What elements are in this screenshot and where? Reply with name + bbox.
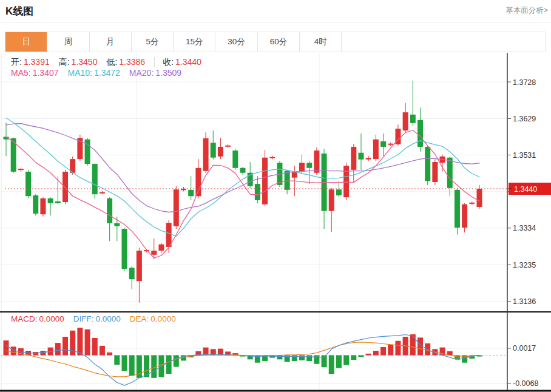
- macd-tick-label: -0.0068: [513, 379, 538, 388]
- macd-hist-bar: [33, 352, 38, 355]
- candle-body: [203, 138, 209, 171]
- macd-hist-bar: [373, 351, 379, 355]
- candle-body: [151, 251, 157, 255]
- candle-body: [285, 171, 290, 190]
- ma10-line: [6, 118, 479, 236]
- candle-body: [225, 146, 231, 147]
- candle-body: [129, 268, 135, 279]
- kline-widget: K线图 基本面分析> 日周月5分15分30分60分4时 开:1.3391高:1.…: [0, 0, 551, 392]
- candle-body: [388, 144, 393, 145]
- candle-body: [25, 172, 31, 196]
- candle-body: [211, 143, 216, 157]
- candle-body: [403, 112, 408, 130]
- current-price-label: 1.3440: [514, 185, 537, 194]
- macd-hist-bar: [388, 345, 393, 356]
- candle-body: [18, 169, 24, 170]
- macd-hist-bar: [92, 338, 98, 356]
- candle-body: [92, 164, 98, 194]
- candle-body: [343, 166, 349, 197]
- macd-hist-bar: [410, 334, 416, 356]
- candle-body: [366, 158, 371, 159]
- diff-line: [6, 335, 479, 386]
- candle-body: [33, 195, 38, 214]
- candle-body: [188, 190, 194, 196]
- candle-body: [410, 115, 416, 123]
- candle-body: [107, 198, 112, 223]
- macd-hist-bar: [366, 354, 371, 356]
- candle-body: [48, 198, 53, 203]
- candle-body: [447, 158, 453, 188]
- candle-body: [240, 168, 246, 173]
- candle-body: [262, 158, 268, 204]
- candle-body: [314, 150, 319, 173]
- candle-body: [425, 147, 430, 181]
- macd-hist-bar: [85, 329, 90, 356]
- macd-hist-bar: [122, 356, 127, 371]
- candle-body: [336, 189, 342, 195]
- candle-body: [373, 140, 379, 159]
- macd-hist-bar: [166, 356, 172, 374]
- candle-body: [166, 223, 172, 247]
- macd-hist-bar: [77, 328, 83, 355]
- candle-body: [255, 184, 260, 200]
- macd-hist-bar: [351, 356, 356, 360]
- macd-hist-bar: [100, 346, 105, 356]
- candle-body: [100, 192, 105, 194]
- macd-hist-bar: [107, 353, 112, 356]
- macd-hist-bar: [63, 337, 68, 356]
- candle-body: [174, 189, 179, 226]
- macd-tick-label: 0.0017: [513, 344, 536, 353]
- candle-body: [417, 120, 423, 147]
- candle-body: [195, 168, 201, 196]
- macd-hist-bar: [343, 356, 349, 365]
- candle-body: [122, 229, 127, 269]
- candle-body: [55, 201, 61, 203]
- candle-body: [63, 172, 68, 202]
- candle-body: [299, 163, 305, 172]
- kline-chart: 1.37281.36291.35311.34321.33341.32351.31…: [0, 0, 551, 392]
- macd-hist-bar: [277, 356, 282, 360]
- macd-hist-bar: [329, 356, 334, 374]
- candle-body: [455, 190, 460, 228]
- candle-body: [432, 162, 438, 182]
- candle-body: [232, 150, 238, 168]
- macd-hist-bar: [55, 343, 61, 355]
- macd-hist-bar: [336, 356, 342, 368]
- price-tick-label: 1.3728: [513, 78, 536, 87]
- price-tick-label: 1.3136: [513, 297, 536, 306]
- candle-body: [158, 245, 164, 251]
- macd-hist-bar: [40, 351, 46, 355]
- macd-hist-bar: [4, 340, 9, 355]
- price-tick-label: 1.3334: [513, 224, 536, 232]
- candle-body: [114, 223, 120, 226]
- macd-hist-bar: [299, 356, 305, 360]
- price-tick-label: 1.3629: [513, 115, 536, 123]
- candle-body: [181, 189, 186, 190]
- candle-body: [40, 198, 46, 214]
- candle-body: [292, 172, 297, 178]
- candle-body: [218, 147, 223, 157]
- candle-body: [359, 153, 364, 160]
- candle-body: [462, 204, 467, 228]
- price-tick-label: 1.3531: [513, 151, 536, 160]
- candle-body: [469, 203, 475, 204]
- candle-body: [329, 189, 334, 211]
- macd-hist-bar: [174, 356, 179, 367]
- macd-hist-bar: [306, 356, 312, 362]
- candle-body: [477, 189, 482, 207]
- macd-hist-bar: [129, 356, 135, 376]
- candle-body: [137, 251, 142, 281]
- candle-body: [380, 141, 386, 147]
- macd-hist-bar: [395, 341, 401, 356]
- ma5-line: [6, 130, 479, 259]
- price-tick-label: 1.3235: [513, 261, 536, 269]
- candle-body: [306, 163, 312, 168]
- macd-hist-bar: [114, 356, 120, 365]
- candle-body: [351, 147, 356, 170]
- candle-body: [269, 157, 275, 158]
- dea-line: [6, 342, 479, 377]
- macd-hist-bar: [380, 347, 386, 356]
- macd-hist-bar: [359, 356, 364, 357]
